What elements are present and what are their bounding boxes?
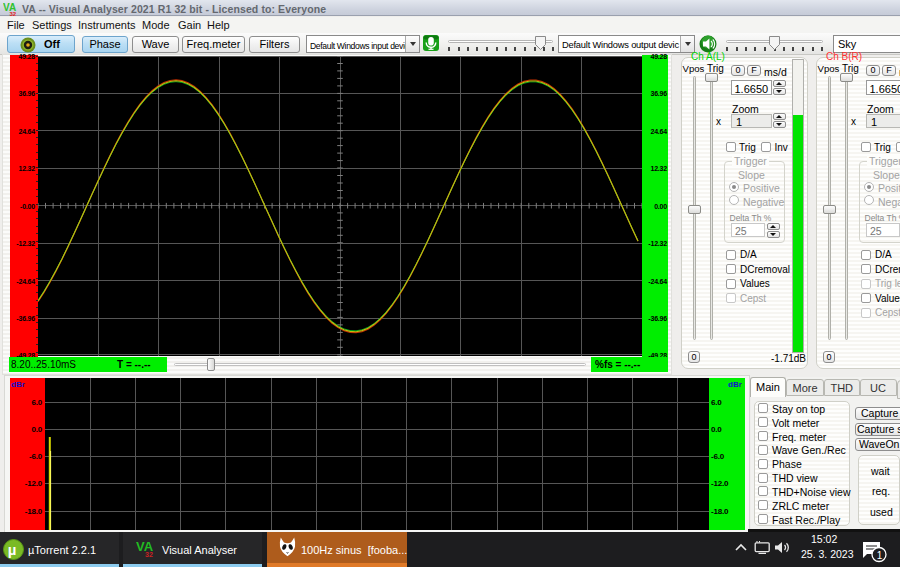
svg-text:32: 32 [10,11,17,17]
svg-text:1: 1 [877,550,883,561]
svg-text:µ: µ [8,541,17,558]
svg-text:32: 32 [145,551,153,558]
